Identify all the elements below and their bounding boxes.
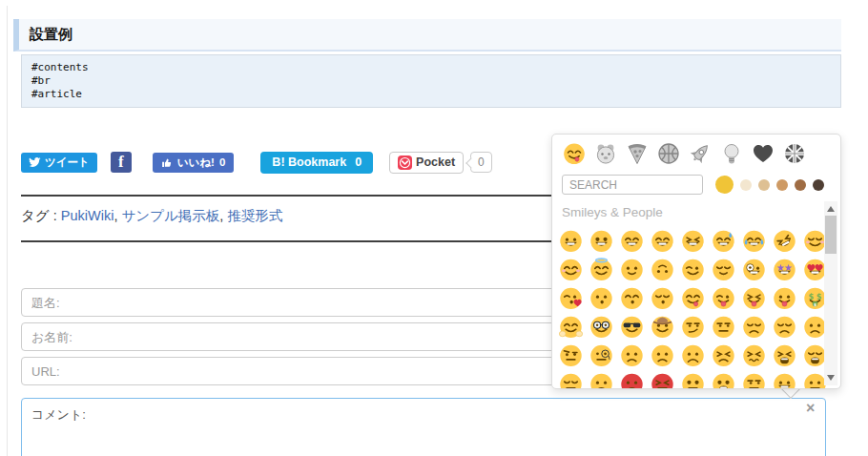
emoji-cell[interactable]: [738, 226, 769, 255]
emoji-cell[interactable]: [586, 341, 616, 369]
category-flags-icon[interactable]: [782, 141, 807, 166]
emoji-cell[interactable]: [616, 226, 647, 255]
emoji-cell[interactable]: [586, 312, 616, 341]
skin-tone-dot[interactable]: [813, 179, 824, 191]
emoji-cell[interactable]: [738, 341, 769, 369]
tag-link[interactable]: PukiWiki: [61, 208, 114, 223]
skin-tone-dot[interactable]: [776, 179, 788, 191]
search-row: [552, 171, 840, 197]
emoji-cell[interactable]: [769, 255, 799, 283]
emoji-cell[interactable]: [769, 283, 799, 312]
emoji-cell[interactable]: [555, 255, 586, 283]
emoji-cell[interactable]: [769, 226, 799, 255]
emoji-cell[interactable]: [586, 283, 616, 312]
scroll-up-arrow[interactable]: [827, 206, 835, 212]
emoji-cell[interactable]: [708, 283, 738, 312]
emoji-cell[interactable]: [769, 369, 799, 389]
emoji-cell[interactable]: [738, 283, 769, 312]
pocket-button[interactable]: Pocket: [389, 152, 464, 174]
emoji-cell[interactable]: [647, 369, 677, 389]
tag-link[interactable]: 推奨形式: [227, 208, 282, 223]
emoji-cell[interactable]: [677, 255, 708, 283]
emoji-cell[interactable]: [769, 312, 799, 341]
category-activity-icon[interactable]: [656, 141, 681, 166]
emoji-cell[interactable]: [708, 312, 738, 341]
category-food-drink-icon[interactable]: [625, 141, 650, 166]
category-animals-nature-icon[interactable]: [593, 141, 618, 166]
emoji-cell[interactable]: [708, 369, 738, 389]
emoji-cell[interactable]: [616, 341, 647, 369]
pocket-count-badge[interactable]: 0: [470, 152, 492, 173]
svg-text:$: $: [816, 291, 821, 301]
close-icon[interactable]: ×: [806, 401, 815, 416]
emoji-cell[interactable]: [555, 341, 586, 369]
emoji-cell[interactable]: [677, 226, 708, 255]
svg-text:$: $: [813, 301, 816, 306]
twitter-bird-icon: [29, 157, 41, 168]
emoji-cell[interactable]: [586, 255, 616, 283]
category-travel-places-icon[interactable]: [688, 141, 713, 166]
comment-textarea[interactable]: [21, 398, 826, 456]
scrollbar[interactable]: [824, 201, 837, 385]
emoji-cell[interactable]: [555, 369, 586, 389]
emoji-cell[interactable]: [647, 341, 677, 369]
hatena-button-label: B! Bookmark: [272, 155, 346, 169]
emoji-cell[interactable]: [677, 283, 708, 312]
hatena-count: 0: [355, 155, 362, 169]
emoji-cell[interactable]: [738, 312, 769, 341]
skin-tone-dot[interactable]: [740, 179, 752, 191]
emoji-cell[interactable]: [616, 255, 647, 283]
emoji-cell[interactable]: [738, 255, 769, 283]
emoji-cell[interactable]: [555, 226, 586, 255]
emoji-cell[interactable]: [647, 255, 677, 283]
category-bar: [552, 135, 840, 171]
emoji-cell[interactable]: [708, 226, 738, 255]
emoji-cell[interactable]: [555, 283, 586, 312]
scroll-thumb[interactable]: [825, 216, 837, 254]
skin-tone-dot[interactable]: [795, 179, 806, 191]
pocket-count: 0: [478, 155, 485, 169]
code-block: #contents #br #article: [21, 54, 841, 108]
tags-label: タグ :: [21, 208, 57, 223]
tweet-button[interactable]: ツイート: [21, 153, 97, 173]
emoji-cell[interactable]: [677, 312, 708, 341]
emoji-cell[interactable]: [769, 341, 799, 369]
emoji-cell[interactable]: [555, 312, 586, 341]
tweet-button-label: ツイート: [45, 155, 90, 170]
skin-tone-dot[interactable]: [715, 176, 734, 194]
emoji-cell[interactable]: [586, 226, 616, 255]
facebook-like-button[interactable]: いいね! 0: [153, 153, 235, 173]
tag-list: PukiWiki, サンプル掲示板, 推奨形式: [61, 208, 283, 223]
emoji-cell[interactable]: [677, 369, 708, 389]
category-objects-icon[interactable]: [719, 141, 744, 166]
emoji-grid: $$$: [552, 226, 840, 389]
facebook-button[interactable]: f: [111, 152, 132, 173]
scroll-down-arrow[interactable]: [827, 375, 835, 381]
section-title: Smileys & People: [562, 205, 840, 219]
emoji-cell[interactable]: [647, 312, 677, 341]
emoji-cell[interactable]: [647, 226, 677, 255]
like-count: 0: [219, 156, 225, 168]
category-smileys-people-icon[interactable]: [562, 141, 587, 166]
emoji-cell[interactable]: [677, 341, 708, 369]
emoji-cell[interactable]: [616, 283, 647, 312]
emoji-cell[interactable]: [708, 255, 738, 283]
skin-tone-dot[interactable]: [758, 179, 770, 191]
page-title: 設置例: [13, 19, 841, 52]
emoji-cell[interactable]: [708, 341, 738, 369]
pocket-icon: [398, 155, 412, 170]
page-title-text: 設置例: [30, 26, 72, 42]
emoji-cell[interactable]: [586, 369, 616, 389]
emoji-picker-panel: Smileys & People $$$: [551, 134, 841, 389]
emoji-search-input[interactable]: [562, 175, 703, 195]
emoji-cell[interactable]: [738, 369, 769, 389]
svg-text:$: $: [808, 291, 814, 301]
emoji-cell[interactable]: [616, 369, 647, 389]
like-button-label: いいね!: [177, 155, 215, 170]
skin-tone-picker: [715, 176, 824, 194]
tag-link[interactable]: サンプル掲示板: [121, 208, 219, 223]
emoji-cell[interactable]: [647, 283, 677, 312]
hatena-bookmark-button[interactable]: B! Bookmark 0: [260, 152, 373, 174]
category-symbols-icon[interactable]: [751, 141, 775, 166]
emoji-cell[interactable]: [616, 312, 647, 341]
